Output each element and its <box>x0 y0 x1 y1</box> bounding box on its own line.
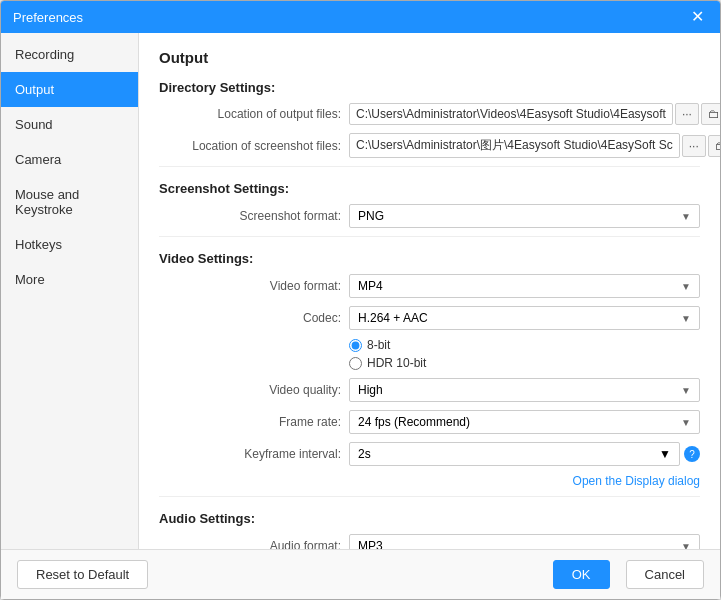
video-quality-dropdown[interactable]: High ▼ <box>349 378 700 402</box>
framerate-control: 24 fps (Recommend) ▼ <box>349 410 700 434</box>
video-quality-row: Video quality: High ▼ <box>159 378 700 402</box>
video-codec-control: H.264 + AAC ▼ <box>349 306 700 330</box>
main-content: Output Directory Settings: Location of o… <box>139 33 720 549</box>
output-files-path[interactable]: C:\Users\Administrator\Videos\4Easysoft … <box>349 103 673 125</box>
sidebar-item-mouse-keystroke[interactable]: Mouse and Keystroke <box>1 177 138 227</box>
chevron-down-icon: ▼ <box>681 281 691 292</box>
screenshot-format-label: Screenshot format: <box>159 209 349 223</box>
keyframe-control: 2s ▼ ? <box>349 442 700 466</box>
bitdepth-radio-group: 8-bit HDR 10-bit <box>349 338 426 370</box>
8bit-radio[interactable] <box>349 339 362 352</box>
hdr-radio[interactable] <box>349 357 362 370</box>
window-title: Preferences <box>13 10 83 25</box>
video-format-control: MP4 ▼ <box>349 274 700 298</box>
ok-button[interactable]: OK <box>553 560 610 589</box>
video-codec-dropdown[interactable]: H.264 + AAC ▼ <box>349 306 700 330</box>
framerate-label: Frame rate: <box>159 415 349 429</box>
video-format-label: Video format: <box>159 279 349 293</box>
framerate-dropdown[interactable]: 24 fps (Recommend) ▼ <box>349 410 700 434</box>
output-files-label: Location of output files: <box>159 107 349 121</box>
screenshot-format-row: Screenshot format: PNG ▼ <box>159 204 700 228</box>
title-bar: Preferences ✕ <box>1 1 720 33</box>
sidebar-item-hotkeys[interactable]: Hotkeys <box>1 227 138 262</box>
keyframe-dropdown[interactable]: 2s ▼ <box>349 442 680 466</box>
window-body: Recording Output Sound Camera Mouse and … <box>1 33 720 549</box>
reset-to-default-button[interactable]: Reset to Default <box>17 560 148 589</box>
chevron-down-icon: ▼ <box>659 447 671 461</box>
screenshot-files-path[interactable]: C:\Users\Administrator\图片\4Easysoft Stud… <box>349 133 680 158</box>
8bit-label: 8-bit <box>367 338 390 352</box>
page-title: Output <box>159 49 700 66</box>
audio-format-label: Audio format: <box>159 539 349 549</box>
chevron-down-icon: ▼ <box>681 313 691 324</box>
sidebar-item-sound[interactable]: Sound <box>1 107 138 142</box>
output-files-control: C:\Users\Administrator\Videos\4Easysoft … <box>349 103 720 125</box>
bitdepth-row: 8-bit HDR 10-bit <box>159 338 700 370</box>
sidebar-item-camera[interactable]: Camera <box>1 142 138 177</box>
audio-format-dropdown[interactable]: MP3 ▼ <box>349 534 700 549</box>
8bit-radio-row: 8-bit <box>349 338 426 352</box>
keyframe-label: Keyframe interval: <box>159 447 349 461</box>
sidebar-item-recording[interactable]: Recording <box>1 37 138 72</box>
open-display-link[interactable]: Open the Display dialog <box>159 474 700 488</box>
screenshot-files-folder-btn[interactable]: 🗀 <box>708 135 720 157</box>
chevron-down-icon: ▼ <box>681 541 691 550</box>
audio-format-row: Audio format: MP3 ▼ <box>159 534 700 549</box>
sidebar: Recording Output Sound Camera Mouse and … <box>1 33 139 549</box>
cancel-button[interactable]: Cancel <box>626 560 704 589</box>
screenshot-files-label: Location of screenshot files: <box>159 139 349 153</box>
video-format-dropdown[interactable]: MP4 ▼ <box>349 274 700 298</box>
screenshot-format-control: PNG ▼ <box>349 204 700 228</box>
video-codec-row: Codec: H.264 + AAC ▼ <box>159 306 700 330</box>
chevron-down-icon: ▼ <box>681 385 691 396</box>
screenshot-files-control: C:\Users\Administrator\图片\4Easysoft Stud… <box>349 133 720 158</box>
directory-settings-title: Directory Settings: <box>159 80 700 95</box>
screenshot-settings-title: Screenshot Settings: <box>159 181 700 196</box>
video-codec-label: Codec: <box>159 311 349 325</box>
video-quality-control: High ▼ <box>349 378 700 402</box>
footer: Reset to Default OK Cancel <box>1 549 720 599</box>
footer-right: OK Cancel <box>553 560 704 589</box>
output-files-row: Location of output files: C:\Users\Admin… <box>159 103 700 125</box>
preferences-window: Preferences ✕ Recording Output Sound Cam… <box>0 0 721 600</box>
video-format-row: Video format: MP4 ▼ <box>159 274 700 298</box>
chevron-down-icon: ▼ <box>681 417 691 428</box>
audio-settings-title: Audio Settings: <box>159 511 700 526</box>
audio-format-control: MP3 ▼ <box>349 534 700 549</box>
help-icon[interactable]: ? <box>684 446 700 462</box>
keyframe-row: Keyframe interval: 2s ▼ ? <box>159 442 700 466</box>
hdr-radio-row: HDR 10-bit <box>349 356 426 370</box>
video-quality-label: Video quality: <box>159 383 349 397</box>
close-button[interactable]: ✕ <box>687 9 708 25</box>
hdr-label: HDR 10-bit <box>367 356 426 370</box>
video-settings-title: Video Settings: <box>159 251 700 266</box>
framerate-row: Frame rate: 24 fps (Recommend) ▼ <box>159 410 700 434</box>
sidebar-item-output[interactable]: Output <box>1 72 138 107</box>
sidebar-item-more[interactable]: More <box>1 262 138 297</box>
screenshot-files-dots-btn[interactable]: ··· <box>682 135 706 157</box>
screenshot-files-row: Location of screenshot files: C:\Users\A… <box>159 133 700 158</box>
chevron-down-icon: ▼ <box>681 211 691 222</box>
output-files-folder-btn[interactable]: 🗀 <box>701 103 720 125</box>
screenshot-format-dropdown[interactable]: PNG ▼ <box>349 204 700 228</box>
output-files-dots-btn[interactable]: ··· <box>675 103 699 125</box>
